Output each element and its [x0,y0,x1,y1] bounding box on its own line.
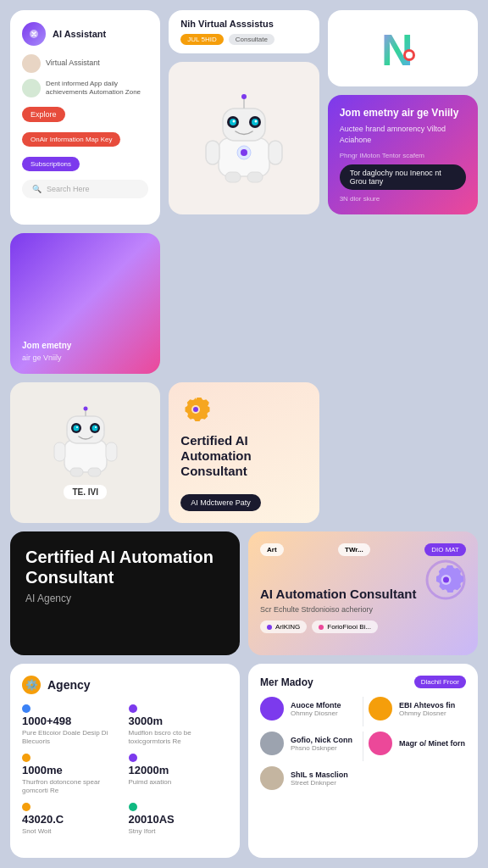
va-title: Nih Virtual Asssistus [180,19,307,29]
chat-avatar [22,22,46,46]
ai-gear-icon [423,557,469,604]
robot-image [202,92,286,185]
divider-2 [363,732,363,761]
svg-point-26 [73,426,79,431]
grad-title: Jom emetny air ge Vniily [340,107,466,119]
svg-point-4 [241,94,247,99]
member-row-3: Gofio, Nick Conn Phsno Dsknper [260,732,358,755]
divider-1 [363,697,363,726]
gradient-mid-card: Jom emetny air ge Vniily [10,233,160,374]
member-role-2: Ohmny Diosner [399,709,466,717]
stats-grid: 1000+498 Pure Eticoior Doale Desip Di Bl… [22,704,228,836]
member-avatar-1 [260,697,284,721]
member-avatar-2 [369,697,392,721]
explore-button[interactable]: Explore [22,107,65,122]
agency-header: ⚙️ Agency [22,676,228,694]
stat-item-5: 43020.C Snot Woit [22,803,122,836]
chat-badge[interactable]: DIO MAT [424,543,466,556]
svg-rect-33 [88,468,101,476]
member-name-4: ShIL s Masclion [291,771,358,779]
member-role-4: Street Dnknper [291,779,358,787]
secondary-button[interactable]: Subscriptions [22,157,80,171]
user-avatar-1 [22,54,41,73]
stat-item-1: 1000+498 Pure Eticoior Doale Desip Di Bl… [22,704,122,747]
agency-title: Agency [47,678,91,692]
svg-rect-20 [64,440,107,472]
ai-grad-badges: ArlKING ForioFiooi Bi... [260,620,466,633]
gear-icon [180,394,211,425]
certified-button[interactable]: AI Mdctwere Paty [180,494,261,511]
member-info-5: Magr o/ Minet forn [399,739,466,748]
ai-dot-badge-1: ArlKING [260,620,307,633]
ai-grad-sub: Scr Echulte Strdonioiso acheriory [260,605,466,614]
search-placeholder: Search Here [47,185,90,193]
va-badge-1: JUL 5HID [180,34,223,45]
chat-title: AI Assistant [53,29,106,39]
members-title: Mer Madoy [260,676,313,688]
svg-rect-12 [269,141,282,164]
cta-button[interactable]: OnAir Information Map Key [22,132,120,147]
ai-dot-label-1: ArlKING [275,623,300,631]
stat-item-3: 1000me Thurfron dotoncone spear gomcorti… [22,754,122,796]
member-info-4: ShIL s Masclion Street Dnknper [291,771,358,787]
stat-label-1: Pure Eticoior Doale Desip Di Blecuoris [22,729,122,747]
stat-label-3: Thurfron dotoncone spear gomcorti Re [22,778,122,796]
stat-dot-3 [22,754,30,762]
stat-item-2: 3000m Mudflon bscro cto be toxicgormtori… [129,704,229,747]
grad-phone-text: Phngr IMoton Tentor scafem [340,152,466,159]
svg-point-35 [193,407,198,412]
member-name-2: EBI Ahtevos fin [399,701,466,709]
ai-dot-label-2: ForioFiooi Bi... [327,623,371,631]
svg-point-9 [232,120,235,123]
agency-gear-icon: ⚙️ [22,676,41,694]
stat-number-6: 20010AS [129,813,229,826]
chat-message-1: Virtual Assistant [22,54,148,73]
svg-point-10 [254,120,257,123]
member-row-1: Auoce Mfonte Ohmny Diosner [260,697,358,721]
member-name-5: Magr o/ Minet forn [399,739,466,748]
member-avatar-5 [369,732,392,755]
svg-point-23 [83,407,87,411]
stat-item-4: 12000m Puimd axation [129,754,229,796]
member-name-3: Gofio, Nick Conn [291,736,358,744]
grad-button[interactable]: Tor daglochy nou Inenoc nt Grou tany [340,164,466,190]
black-title: Certified AI Automation Consultant [25,547,225,587]
chat-header: AI Assistant [22,22,148,46]
stat-item-6: 20010AS Stny Ifort [129,803,229,836]
svg-point-29 [95,426,97,428]
logo-card: N [328,10,478,86]
member-info-3: Gofio, Nick Conn Phsno Dsknper [291,736,358,752]
stat-label-5: Snot Woit [22,827,122,836]
search-icon: 🔍 [32,185,42,193]
chat-subtitle: Virtual Assistant [46,58,100,69]
chat-card: AI Assistant Virtual Assistant Dent info… [10,10,160,225]
member-row-4: ShIL s Masclion Street Dnknper [260,766,358,790]
members-view-button[interactable]: Dlachil Froor [414,676,466,688]
stat-dot-4 [129,754,137,762]
svg-rect-30 [54,442,65,461]
members-grid: Auoce Mfonte Ohmny Diosner EBI Ahtevos f… [260,697,466,796]
svg-rect-32 [70,468,83,476]
robot-small-card: TE. IVI [10,382,160,523]
gradient-mid-title: Jom emetny [22,341,148,350]
member-info-2: EBI Ahtevos fin Ohmny Diosner [399,701,466,717]
stat-label-6: Stny Ifort [129,827,229,836]
svg-rect-11 [206,141,219,164]
svg-point-16 [241,149,247,156]
member-role-1: Ohmny Diosner [291,709,358,717]
mid-section: TE. IVI Certified AI Automation Consulta… [10,233,478,523]
member-row-5: Magr o/ Minet forn [369,732,466,755]
svg-point-27 [92,426,97,431]
ai-automation-card: Art TWr... DIO MAT AI Automation Consult… [248,531,478,655]
n-logo: N [377,23,428,74]
stat-label-2: Mudflon bscro cto be toxicgormtoris Re [129,729,229,747]
member-name-1: Auoce Mfonte [291,701,358,709]
member-row-2: EBI Ahtevos fin Ohmny Diosner [369,697,466,721]
svg-rect-13 [225,172,241,182]
va-header-card: Nih Virtual Asssistus JUL 5HID Consultat… [169,10,319,53]
grad-text: Auctee hrand amnorency Viltod Aciahone [340,124,466,145]
robot-label: TE. IVI [64,485,107,499]
middle-top-col: Nih Virtual Asssistus JUL 5HID Consultat… [169,10,319,225]
stat-dot-6 [129,803,137,811]
search-bar[interactable]: 🔍 Search Here [22,180,148,198]
